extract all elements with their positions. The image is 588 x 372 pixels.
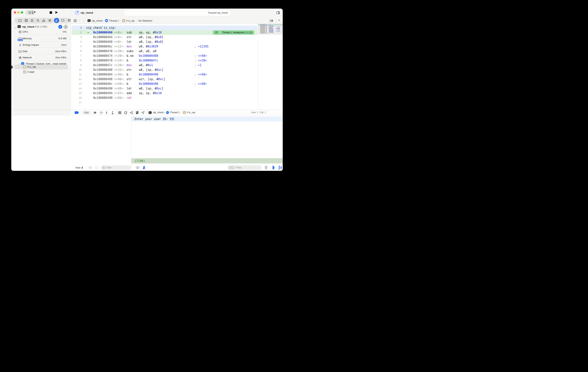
watch-eye-icon[interactable] (88, 166, 92, 169)
asm-line[interactable]: 16 0x100000498 <+56>: ret (72, 96, 258, 100)
disclosure-chevron-icon[interactable] (15, 26, 16, 29)
step-out-button[interactable] (111, 111, 114, 114)
stat-row-energy[interactable]: Energy Impact Zero (11, 43, 71, 47)
asm-line[interactable]: 4 0x100000468 <+8>: ldr w8, [sp, #0x8] (72, 40, 258, 44)
forward-chevron-icon[interactable]: › (83, 18, 84, 22)
stack-frame-row[interactable]: 2 start (14, 70, 68, 74)
jumpbar-crumb-thread[interactable]: Thread 1 (109, 20, 119, 22)
debugbar-crumb-frame[interactable]: 0 is_vip (187, 111, 195, 114)
asm-line[interactable]: 14 0x100000490 <+48>: ldr w0, [sp, #0xc] (72, 86, 258, 91)
jumpbar-crumb-frame[interactable]: 0 is_vip (126, 20, 134, 22)
minimap-line (272, 31, 273, 31)
breakpoint-navigator-tag-icon[interactable] (62, 19, 65, 22)
asm-address: 0x100000478 (93, 59, 112, 62)
console-overrides-icon[interactable] (143, 166, 145, 169)
memory-graph-icon[interactable] (130, 111, 133, 114)
console-filter-input[interactable] (236, 166, 256, 169)
asm-line[interactable]: 5 0x10000046c <+12>: mov w9, #0x3039; =1… (72, 44, 258, 49)
stack-frame-row-selected[interactable]: 0 is_vip (14, 65, 68, 69)
source-control-icon[interactable] (25, 19, 28, 22)
line-number[interactable]: 6 (72, 49, 82, 53)
console-panel-toggle[interactable] (279, 166, 280, 170)
line-number[interactable]: 16 (72, 96, 82, 100)
line-number[interactable]: 13 (72, 82, 82, 86)
line-number[interactable]: 4 (72, 40, 82, 44)
environment-overrides-icon[interactable] (136, 111, 139, 114)
asm-line[interactable]: 15 0x100000494 <+52>: add sp, sp, #0x10 (72, 91, 258, 96)
back-chevron-icon[interactable]: ‹ (79, 18, 80, 22)
line-number[interactable]: 14 (72, 86, 82, 91)
scope-selector[interactable]: Auto (75, 166, 81, 169)
line-number[interactable]: 7 (72, 53, 82, 58)
breakpoint-annotation-badge[interactable]: Thread 1: breakpoint 1.1 (1) (213, 30, 254, 35)
asm-line[interactable]: 11 0x100000484 <+36>: b 0x100000490; <+4… (72, 72, 258, 77)
thread-view-mode-icon[interactable] (64, 25, 68, 29)
info-icon[interactable]: i (95, 166, 98, 169)
console-bottom-bar (131, 164, 283, 171)
asm-line[interactable]: 7 0x100000474 <+20>: b.ne 0x100000488; <… (72, 53, 258, 58)
asm-line[interactable]: 3 0x100000464 <+4>: str w0, [sp, #0x8] (72, 35, 258, 40)
asm-line[interactable]: 10 0x100000480 <+32>: str w8, [sp, #0xc] (72, 67, 258, 72)
stack-frames-icon[interactable] (118, 111, 121, 114)
console-eye-icon[interactable] (136, 166, 140, 169)
issue-navigator-warning-icon[interactable] (42, 19, 45, 22)
view-debugger-layers-icon[interactable] (124, 111, 127, 114)
line-number[interactable]: 9 (72, 63, 82, 67)
report-navigator-icon[interactable] (68, 19, 70, 22)
debug-navigator-spray-icon[interactable] (54, 18, 59, 23)
line-number[interactable]: 17 (72, 100, 82, 105)
asm-line-current[interactable]: 2→ 0x100000460 <+0>: sub sp, sp, #0x10Th… (72, 30, 258, 35)
scope-stepper-icon[interactable] (82, 167, 83, 169)
continue-button[interactable] (94, 111, 97, 114)
gauge-icon[interactable] (58, 25, 62, 29)
bookmark-navigator-icon[interactable] (31, 19, 33, 22)
variables-panel-toggle[interactable] (273, 166, 273, 170)
asm-address: 0x100000464 (93, 35, 112, 39)
debugbar-crumb-thread[interactable]: Thread 1 (170, 111, 180, 114)
asm-line[interactable]: 12 0x100000488 <+40>: str wzr, [sp, #0xc… (72, 77, 258, 82)
find-navigator-search-icon[interactable] (37, 19, 40, 22)
line-number[interactable]: 15 (72, 91, 82, 96)
asm-line[interactable]: 13 0x10000048c <+44>: b 0x100000490; <+4… (72, 82, 258, 86)
lldb-prompt-row[interactable]: (lldb) (131, 158, 283, 163)
related-items-grid-icon[interactable] (74, 19, 77, 22)
line-number[interactable]: 12 (72, 77, 82, 82)
minimap[interactable] (258, 24, 283, 110)
asm-line[interactable]: 6 0x100000470 <+16>: subs w8, w8, w9 (72, 49, 258, 53)
breakpoint-menu-icon[interactable] (213, 30, 220, 35)
asm-line[interactable]: 1vip_check`is_vip: (72, 25, 258, 30)
inspector-toggle-button[interactable] (274, 9, 282, 16)
add-editor-plus-icon[interactable]: + (278, 18, 280, 22)
line-number[interactable]: 2 (72, 30, 82, 35)
asm-line[interactable]: 17 (72, 100, 258, 105)
console-filter-field[interactable] (228, 165, 262, 170)
jumpbar-crumb-process[interactable]: vip_check (92, 20, 103, 22)
line-number[interactable]: 5 (72, 44, 82, 49)
test-navigator-icon[interactable] (48, 19, 51, 22)
stat-row-disk[interactable]: Disk Zero KB/s (11, 49, 71, 53)
minimap-line (272, 32, 273, 33)
variables-filter-input[interactable] (106, 166, 128, 169)
line-number[interactable]: 3 (72, 35, 82, 40)
trash-icon[interactable] (265, 166, 268, 169)
line-number[interactable]: 10 (72, 67, 82, 72)
debugbar-crumb-process[interactable]: vip_check (153, 111, 164, 114)
line-number[interactable]: 11 (72, 72, 82, 77)
simulate-location-icon[interactable] (142, 111, 145, 114)
step-into-button[interactable] (105, 111, 108, 114)
variables-view[interactable] (11, 115, 131, 171)
process-row[interactable]: >_ vip_check PID 17065 (11, 25, 71, 29)
editor-tab[interactable]: vip_check (75, 11, 93, 15)
project-navigator-folder-icon[interactable] (19, 19, 22, 22)
stat-row-network[interactable]: Network Zero KB/s (11, 56, 71, 60)
jumpbar-crumb-selection[interactable]: No Selection (138, 20, 152, 22)
line-number[interactable]: 8 (72, 58, 82, 63)
editor-options-icon[interactable] (270, 20, 273, 22)
step-over-button[interactable] (100, 111, 103, 114)
stat-row-cpu[interactable]: CPU 0% (11, 30, 71, 34)
asm-line[interactable]: 9 0x10000047c <+28>: mov w8, #0x1; =1 (72, 63, 258, 67)
line-number[interactable]: 1 (72, 25, 82, 30)
asm-line[interactable]: 8 0x100000478 <+24>: b 0x10000047c; <+28… (72, 58, 258, 63)
breakpoints-toggle-button[interactable] (75, 111, 79, 114)
variables-filter-field[interactable] (101, 165, 131, 170)
